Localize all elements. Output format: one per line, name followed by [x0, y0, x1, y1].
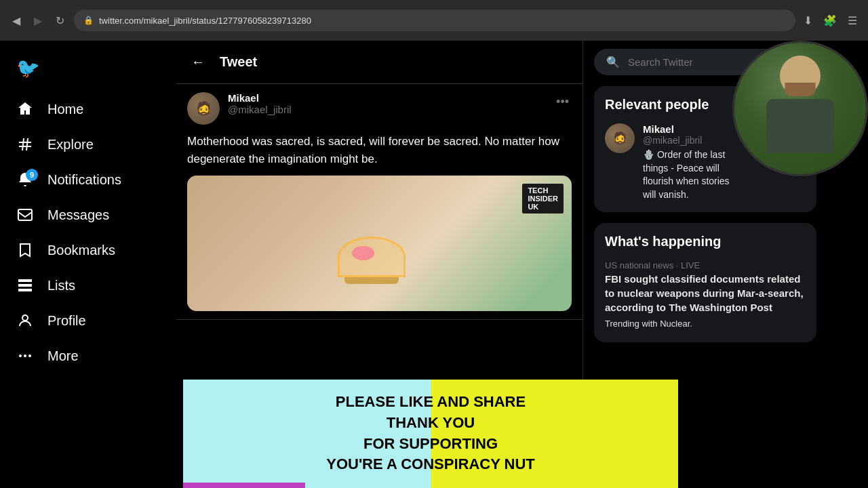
bookmark-icon [16, 242, 34, 258]
person-body [766, 99, 834, 153]
extensions-icon[interactable]: 🧩 [821, 12, 840, 30]
hash-icon [16, 136, 34, 152]
happening-trending: Trending with Nuclear. [605, 319, 806, 329]
sidebar-item-bookmarks[interactable]: Bookmarks [8, 234, 168, 266]
person-name: Mikael [643, 123, 741, 135]
bell-icon: 9 [16, 171, 34, 188]
tweet-text: Motherhood was sacred, is sacred, will f… [187, 133, 572, 167]
tweet-image: TECHINSIDERUK [187, 176, 572, 311]
svg-rect-0 [18, 209, 32, 220]
browser-chrome: ◀ ▶ ↻ 🔒 twitter.com/mikael_jibril/status… [0, 0, 868, 41]
webcam-overlay [732, 41, 868, 176]
overlay-bottom-bar [183, 483, 305, 488]
overlay-line4: YOU'RE A CONSPIRACY NUT [326, 456, 535, 473]
address-bar[interactable]: 🔒 twitter.com/mikael_jibril/status/12779… [74, 9, 795, 31]
person-silhouette [747, 56, 852, 161]
sidebar-item-explore[interactable]: Explore [8, 128, 168, 161]
forward-button[interactable]: ▶ [30, 12, 46, 30]
happening-category: US national news · LIVE [605, 260, 806, 270]
trending-term: Nuclear. [660, 319, 692, 329]
person-handle: @mikael_jibril [643, 135, 741, 146]
overlay-line1: PLEASE LIKE AND SHARE [336, 393, 526, 410]
tweet-header: ← Tweet [176, 41, 583, 84]
avatar[interactable]: 🧔 [187, 92, 220, 125]
person-avatar[interactable]: 🧔 [605, 123, 635, 153]
overlay-banner: PLEASE LIKE AND SHARE THANK YOU FOR SUPP… [183, 380, 678, 488]
download-icon[interactable]: ⬇ [801, 12, 815, 30]
tweet-card: 🧔 Mikael @mikael_jibril ••• Motherhood w… [176, 84, 583, 320]
sidebar-lists-label: Lists [47, 278, 75, 293]
browser-actions: ⬇ 🧩 ☰ [801, 12, 860, 30]
mail-icon [16, 207, 34, 223]
back-button[interactable]: ◀ [8, 12, 24, 30]
sidebar-bookmarks-label: Bookmarks [47, 243, 115, 258]
overlay-line2: THANK YOU [387, 414, 475, 431]
person-info: Mikael @mikael_jibril 🪬 Order of the las… [643, 123, 741, 201]
back-arrow-button[interactable]: ← [187, 50, 209, 74]
person-beard [785, 83, 816, 96]
happening-item[interactable]: US national news · LIVE FBI sought class… [605, 258, 806, 331]
sidebar-home-label: Home [47, 102, 83, 117]
user-icon [16, 312, 34, 329]
search-icon: 🔍 [606, 56, 620, 68]
sidebar-item-more[interactable]: More [8, 340, 168, 372]
whats-happening-title: What's happening [605, 234, 806, 249]
sidebar-more-label: More [47, 348, 79, 364]
svg-point-6 [24, 354, 26, 357]
sidebar-item-notifications[interactable]: 9 Notifications [8, 163, 168, 196]
happening-text: FBI sought classified documents related … [605, 272, 806, 314]
overlay-line3: FOR SUPPORTING [363, 435, 498, 452]
menu-icon[interactable]: ☰ [845, 12, 860, 30]
sidebar-messages-label: Messages [47, 207, 109, 223]
author-handle: @mikael_jibril [228, 104, 545, 115]
tweet-author-row: 🧔 Mikael @mikael_jibril ••• [187, 92, 572, 125]
tech-insider-badge: TECHINSIDERUK [522, 184, 564, 214]
avatar-image: 🧔 [187, 92, 220, 125]
sidebar-profile-label: Profile [47, 313, 86, 329]
sidebar-item-profile[interactable]: Profile [8, 304, 168, 337]
author-info: Mikael @mikael_jibril [228, 92, 545, 115]
notification-badge: 9 [26, 169, 38, 181]
svg-point-7 [28, 354, 31, 357]
sidebar-notifications-label: Notifications [47, 172, 121, 188]
more-icon [16, 348, 34, 364]
overlay-text: PLEASE LIKE AND SHARE THANK YOU FOR SUPP… [183, 392, 678, 475]
reload-button[interactable]: ↻ [52, 12, 68, 30]
sidebar-item-home[interactable]: Home [8, 93, 168, 125]
whats-happening-card: What's happening US national news · LIVE… [594, 223, 816, 342]
author-name: Mikael [228, 92, 545, 104]
bird-icon: 🐦 [16, 58, 40, 79]
sidebar-explore-label: Explore [47, 137, 94, 152]
tweet-menu-button[interactable]: ••• [553, 92, 572, 112]
overlay-left: PLEASE LIKE AND SHARE THANK YOU FOR SUPP… [183, 380, 431, 488]
svg-rect-3 [19, 289, 31, 291]
webcam-inner [734, 43, 866, 174]
twitter-logo[interactable]: 🐦 [8, 52, 168, 85]
tweet-image-bg: TECHINSIDERUK [187, 176, 572, 311]
svg-rect-1 [19, 280, 31, 281]
security-icon: 🔒 [83, 16, 94, 25]
home-icon [16, 101, 34, 117]
person-head [780, 56, 821, 96]
svg-point-4 [22, 315, 28, 321]
person-bio: 🪬 Order of the last things - Peace will … [643, 148, 741, 201]
url-text: twitter.com/mikael_jibril/status/1277976… [99, 16, 311, 26]
list-icon [16, 277, 34, 293]
page-title: Tweet [220, 54, 257, 70]
lamp-base [344, 277, 399, 284]
browser-nav-buttons: ◀ ▶ ↻ [8, 12, 68, 30]
svg-point-5 [19, 354, 22, 357]
sidebar-item-messages[interactable]: Messages [8, 199, 168, 231]
lamp-dome [338, 237, 406, 277]
svg-rect-2 [19, 285, 31, 286]
lamp-shape [331, 237, 412, 298]
sidebar-item-lists[interactable]: Lists [8, 269, 168, 302]
sidebar: 🐦 Home Explore 9 Notifications [0, 41, 176, 488]
